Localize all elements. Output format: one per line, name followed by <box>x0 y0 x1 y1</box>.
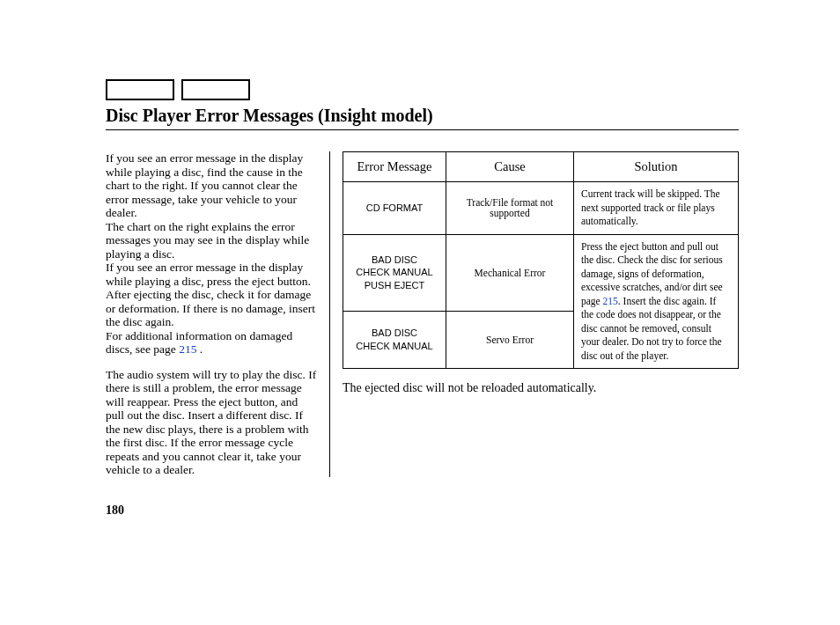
body-text-column: If you see an error message in the displ… <box>106 151 330 477</box>
solution-cell-merged: Press the eject button and pull out the … <box>574 234 739 369</box>
manual-page: Disc Player Error Messages (Insight mode… <box>0 0 840 625</box>
error-line: BAD DISC <box>350 254 438 267</box>
error-line: BAD DISC <box>350 327 438 340</box>
cause-cell: Mechanical Error <box>446 234 574 312</box>
error-line: PUSH EJECT <box>350 279 438 292</box>
table-column: Error Message Cause Solution CD FORMAT T… <box>330 151 739 477</box>
intro-paragraph-3: If you see an error message in the displ… <box>106 261 317 329</box>
content-columns: If you see an error message in the displ… <box>106 151 739 477</box>
error-messages-table: Error Message Cause Solution CD FORMAT T… <box>343 151 739 369</box>
page-title: Disc Player Error Messages (Insight mode… <box>106 106 739 126</box>
header-boxes <box>106 79 739 100</box>
solution-cell: Current track will be skipped. The next … <box>574 182 739 235</box>
page-number: 180 <box>106 504 739 518</box>
page-link-215-table[interactable]: 215 <box>603 296 618 306</box>
error-line: CHECK MANUAL <box>350 266 438 279</box>
title-rule <box>106 129 739 130</box>
table-row: CD FORMAT Track/File format not supporte… <box>343 182 739 235</box>
header-error-message: Error Message <box>343 152 446 182</box>
error-cell-bad-disc: BAD DISC CHECK MANUAL <box>343 312 446 369</box>
eject-note: The ejected disc will not be reloaded au… <box>343 381 739 395</box>
error-line: CD FORMAT <box>350 202 438 215</box>
table-row: BAD DISC CHECK MANUAL PUSH EJECT Mechani… <box>343 234 739 312</box>
cause-cell: Servo Error <box>446 312 574 369</box>
p4-text-b: . <box>196 342 203 356</box>
header-box-2 <box>181 79 250 100</box>
header-solution: Solution <box>574 152 739 182</box>
header-cause: Cause <box>446 152 574 182</box>
page-link-215[interactable]: 215 <box>179 342 196 356</box>
intro-paragraph-2: The chart on the right explains the erro… <box>106 220 317 261</box>
error-line: CHECK MANUAL <box>350 340 438 353</box>
cause-cell: Track/File format not supported <box>446 182 574 235</box>
error-cell-bad-disc-push-eject: BAD DISC CHECK MANUAL PUSH EJECT <box>343 234 446 312</box>
intro-paragraph-5: The audio system will try to play the di… <box>106 368 317 477</box>
header-box-1 <box>106 79 174 100</box>
error-cell-cd-format: CD FORMAT <box>343 182 446 235</box>
table-header-row: Error Message Cause Solution <box>343 152 739 182</box>
intro-paragraph-1: If you see an error message in the displ… <box>106 151 317 220</box>
intro-paragraph-4: For additional information on damaged di… <box>106 329 317 357</box>
